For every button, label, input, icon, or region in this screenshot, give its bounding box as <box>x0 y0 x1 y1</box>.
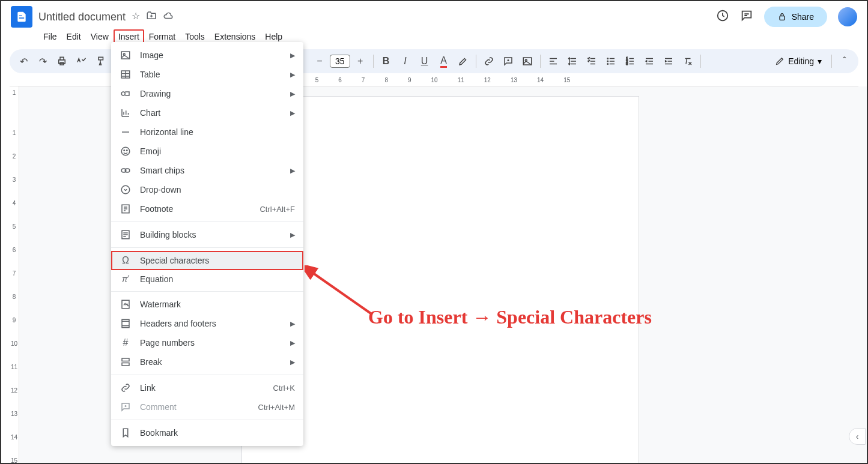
menu-file[interactable]: File <box>38 29 62 44</box>
menu-item-drop-down[interactable]: Drop-down <box>111 180 303 199</box>
clear-formatting-button[interactable] <box>679 52 697 70</box>
menu-item-emoji[interactable]: Emoji <box>111 142 303 161</box>
underline-button[interactable]: U <box>416 52 434 70</box>
svg-point-9 <box>607 64 609 65</box>
bookmark-icon <box>120 427 132 438</box>
move-icon[interactable] <box>146 10 157 23</box>
paint-format-button[interactable] <box>91 52 109 70</box>
menu-item-chart[interactable]: Chart▶ <box>111 103 303 122</box>
insert-menu-dropdown: Image▶Table▶Drawing▶Chart▶Horizontal lin… <box>111 42 303 446</box>
collapse-toolbar-button[interactable]: ˆ <box>836 52 854 70</box>
menu-item-footnote[interactable]: FootnoteCtrl+Alt+F <box>111 199 303 218</box>
bullet-list-button[interactable] <box>602 52 620 70</box>
svg-point-25 <box>121 185 130 194</box>
undo-button[interactable]: ↶ <box>14 52 32 70</box>
svg-point-20 <box>121 147 130 155</box>
menu-item-table[interactable]: Table▶ <box>111 65 303 84</box>
line-spacing-button[interactable] <box>563 52 581 70</box>
menu-item-image[interactable]: Image▶ <box>111 46 303 65</box>
highlight-button[interactable] <box>454 52 472 70</box>
pagenum-icon: # <box>120 337 132 348</box>
svg-point-21 <box>124 150 125 151</box>
font-size-input[interactable]: 35 <box>330 55 350 68</box>
menu-item-special-characters[interactable]: ΩSpecial characters <box>111 251 303 270</box>
menu-item-building-blocks[interactable]: Building blocks▶ <box>111 225 303 244</box>
hline-icon <box>120 127 132 137</box>
share-button[interactable]: Share <box>764 7 827 27</box>
drawing-icon <box>120 88 132 99</box>
chevron-right-icon: ▶ <box>290 167 295 175</box>
title-area: Untitled document ☆ <box>38 10 174 23</box>
menu-edit[interactable]: Edit <box>62 29 86 44</box>
omega-icon: Ω <box>120 255 132 266</box>
chevron-right-icon: ▶ <box>290 358 295 366</box>
share-label: Share <box>792 12 814 22</box>
menu-item-equation[interactable]: π²Equation <box>111 270 303 288</box>
docs-logo[interactable] <box>11 6 32 28</box>
chevron-right-icon: ▶ <box>290 320 295 328</box>
svg-point-8 <box>607 61 609 62</box>
redo-button[interactable]: ↷ <box>34 52 52 70</box>
bold-button[interactable]: B <box>377 52 395 70</box>
text-color-button[interactable]: A <box>435 52 453 70</box>
menu-item-bookmark[interactable]: Bookmark <box>111 423 303 442</box>
checklist-button[interactable] <box>583 52 601 70</box>
header: Untitled document ☆ Share <box>1 1 867 28</box>
font-size-increase[interactable]: + <box>351 52 369 70</box>
watermark-icon <box>120 299 132 310</box>
insert-image-button[interactable] <box>518 52 536 70</box>
chevron-right-icon: ▶ <box>290 90 295 98</box>
print-button[interactable] <box>53 52 71 70</box>
chevron-right-icon: ▶ <box>290 52 295 59</box>
side-panel-toggle[interactable]: ‹ <box>849 428 866 445</box>
chart-icon <box>120 107 132 118</box>
chips-icon <box>120 165 132 176</box>
font-size-decrease[interactable]: − <box>311 52 329 70</box>
insert-link-button[interactable] <box>480 52 498 70</box>
comment-icon <box>120 402 132 412</box>
menu-item-comment: CommentCtrl+Alt+M <box>111 397 303 417</box>
star-icon[interactable]: ☆ <box>132 10 140 23</box>
menu-item-watermark[interactable]: Watermark <box>111 295 303 314</box>
menu-item-horizontal-line[interactable]: Horizontal line <box>111 122 303 142</box>
break-icon <box>120 357 132 367</box>
blocks-icon <box>120 229 132 240</box>
headers-icon <box>120 318 132 329</box>
annotation-text: Go to Insert → Special Characters <box>368 306 652 328</box>
link-icon <box>120 382 132 393</box>
vertical-ruler[interactable]: 112345678910111213141516 <box>10 86 19 464</box>
increase-indent-button[interactable] <box>660 52 678 70</box>
emoji-icon <box>120 146 132 157</box>
menu-item-headers-and-footers[interactable]: Headers and footers▶ <box>111 314 303 333</box>
svg-line-30 <box>311 271 371 313</box>
annotation-arrow <box>305 265 377 319</box>
editing-mode-button[interactable]: Editing ▾ <box>769 56 828 66</box>
chevron-right-icon: ▶ <box>290 71 295 79</box>
spellcheck-button[interactable] <box>72 52 90 70</box>
image-icon <box>120 50 132 61</box>
menu-view[interactable]: View <box>86 29 114 44</box>
add-comment-button[interactable] <box>499 52 517 70</box>
numbered-list-button[interactable]: 123 <box>621 52 639 70</box>
history-icon[interactable] <box>716 9 729 25</box>
footnote-icon <box>120 203 132 214</box>
align-button[interactable] <box>544 52 562 70</box>
menu-item-break[interactable]: Break▶ <box>111 352 303 372</box>
document-title[interactable]: Untitled document <box>38 11 126 23</box>
decrease-indent-button[interactable] <box>640 52 658 70</box>
svg-point-19 <box>121 92 125 95</box>
cloud-icon[interactable] <box>163 10 174 23</box>
chevron-down-icon: ▾ <box>818 56 822 66</box>
svg-rect-29 <box>122 319 129 328</box>
menu-item-page-numbers[interactable]: #Page numbers▶ <box>111 333 303 352</box>
menu-item-smart-chips[interactable]: Smart chips▶ <box>111 161 303 180</box>
svg-rect-1 <box>780 16 785 20</box>
menu-item-drawing[interactable]: Drawing▶ <box>111 84 303 103</box>
svg-point-7 <box>607 58 609 59</box>
comments-icon[interactable] <box>740 9 753 25</box>
avatar[interactable] <box>838 7 857 26</box>
menu-item-link[interactable]: LinkCtrl+K <box>111 378 303 397</box>
svg-rect-3 <box>60 57 64 60</box>
dropdown-icon <box>120 184 132 195</box>
italic-button[interactable]: I <box>396 52 414 70</box>
